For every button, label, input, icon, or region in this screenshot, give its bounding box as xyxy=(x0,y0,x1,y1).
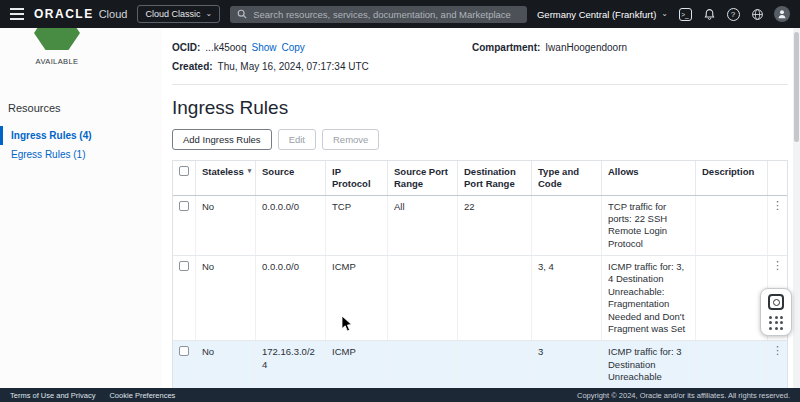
cell-ip-protocol: ICMP xyxy=(325,341,387,388)
cookie-preferences-link[interactable]: Cookie Preferences xyxy=(109,391,175,400)
created-label: Created: xyxy=(172,61,213,72)
cell-source: 0.0.0.0/0 xyxy=(255,196,325,255)
col-header-destination-port-range[interactable]: Destination Port Range xyxy=(457,161,531,195)
col-header-source[interactable]: Source xyxy=(255,161,325,195)
cloud-shell-icon[interactable]: >_ xyxy=(678,7,692,21)
cell-source-port-range xyxy=(387,256,457,340)
search-icon xyxy=(237,9,247,19)
col-header-stateless[interactable]: Stateless ▾ xyxy=(195,161,255,195)
row-actions-icon[interactable]: ⋮ xyxy=(772,259,783,272)
remove-button[interactable]: Remove xyxy=(322,129,379,150)
cell-destination-port-range: 22 xyxy=(457,196,531,255)
page-title: Ingress Rules xyxy=(172,97,788,119)
cell-stateless: No xyxy=(195,256,255,340)
resource-details: OCID: ...k45ooq Show Copy Compartment: I… xyxy=(172,38,788,85)
status-label: AVAILABLE xyxy=(8,57,106,66)
col-header-ip-protocol[interactable]: IP Protocol xyxy=(325,161,387,195)
person-icon xyxy=(776,8,788,20)
ocid-label: OCID: xyxy=(172,42,200,53)
help-icon[interactable]: ? xyxy=(726,7,740,21)
resources-nav: Ingress Rules (4) Egress Rules (1) xyxy=(0,126,162,164)
hamburger-menu-icon[interactable] xyxy=(10,8,24,20)
availability-status-icon xyxy=(34,28,80,50)
sidebar: AVAILABLE Resources Ingress Rules (4) Eg… xyxy=(0,28,162,388)
cell-type-and-code: 3 xyxy=(531,341,601,388)
created-value: Thu, May 16, 2024, 07:17:34 UTC xyxy=(218,61,369,72)
cell-destination-port-range xyxy=(457,256,531,340)
select-all-checkbox[interactable] xyxy=(179,166,189,176)
col-header-description[interactable]: Description xyxy=(695,161,767,195)
notifications-bell-icon[interactable] xyxy=(702,7,716,21)
compartment-line: Compartment: IwanHoogendoorn xyxy=(472,42,788,53)
topbar: ORACLE Cloud Cloud Classic ⌄ Germany Cen… xyxy=(0,0,800,28)
cell-ip-protocol: ICMP xyxy=(325,256,387,340)
global-search[interactable] xyxy=(230,6,527,23)
profile-avatar[interactable] xyxy=(774,6,790,22)
cell-stateless: No xyxy=(195,196,255,255)
cell-source-port-range xyxy=(387,341,457,388)
cloud-classic-label: Cloud Classic xyxy=(145,9,200,19)
cell-stateless: No xyxy=(195,341,255,388)
terms-privacy-link[interactable]: Terms of Use and Privacy xyxy=(10,391,95,400)
drag-handle-dots-icon[interactable] xyxy=(769,316,783,330)
chevron-down-icon: ⌄ xyxy=(661,10,668,18)
col-header-source-port-range[interactable]: Source Port Range xyxy=(387,161,457,195)
sidebar-item-egress-rules[interactable]: Egress Rules (1) xyxy=(0,145,162,164)
col-header-label: Stateless xyxy=(202,166,244,178)
row-actions-icon[interactable]: ⋮ xyxy=(772,344,783,357)
row-checkbox[interactable] xyxy=(179,261,189,271)
compartment-value: IwanHoogendoorn xyxy=(545,42,627,53)
ingress-rules-table: Stateless ▾ Source IP Protocol Source Po… xyxy=(172,160,788,388)
console-footer: Terms of Use and Privacy Cookie Preferen… xyxy=(0,388,800,402)
col-header-type-and-code[interactable]: Type and Code xyxy=(531,161,601,195)
region-selector[interactable]: Germany Central (Frankfurt) ⌄ xyxy=(537,9,668,20)
col-header-allows[interactable]: Allows xyxy=(601,161,695,195)
ocid-copy-link[interactable]: Copy xyxy=(282,42,305,53)
cell-source: 172.16.3.0/24 xyxy=(255,341,325,388)
page-body: AVAILABLE Resources Ingress Rules (4) Eg… xyxy=(0,28,800,388)
cell-allows: ICMP traffic for: 3 Destination Unreacha… xyxy=(601,341,695,388)
vertical-scrollbar[interactable] xyxy=(793,28,800,388)
row-checkbox[interactable] xyxy=(179,201,189,211)
region-label: Germany Central (Frankfurt) xyxy=(537,9,656,20)
row-actions-icon[interactable]: ⋮ xyxy=(772,199,783,212)
cell-description xyxy=(695,341,767,388)
resources-heading: Resources xyxy=(8,102,162,114)
ocid-show-link[interactable]: Show xyxy=(252,42,277,53)
main-content: OCID: ...k45ooq Show Copy Compartment: I… xyxy=(162,28,800,388)
capture-target-icon[interactable] xyxy=(768,294,784,310)
oracle-cloud-logo[interactable]: ORACLE Cloud xyxy=(34,7,127,21)
language-globe-icon[interactable] xyxy=(750,7,764,21)
table-row[interactable]: No 0.0.0.0/0 TCP All 22 TCP traffic for … xyxy=(173,196,787,256)
floating-capture-widget[interactable] xyxy=(760,288,792,336)
cell-type-and-code xyxy=(531,196,601,255)
cell-allows: TCP traffic for ports: 22 SSH Remote Log… xyxy=(601,196,695,255)
created-line: Created: Thu, May 16, 2024, 07:17:34 UTC xyxy=(172,61,472,72)
topbar-right-controls: Germany Central (Frankfurt) ⌄ >_ ? xyxy=(537,6,790,22)
table-body: No 0.0.0.0/0 TCP All 22 TCP traffic for … xyxy=(173,196,787,388)
cell-type-and-code: 3, 4 xyxy=(531,256,601,340)
search-input[interactable] xyxy=(253,9,520,20)
cell-allows: ICMP traffic for: 3, 4 Destination Unrea… xyxy=(601,256,695,340)
table-header-row: Stateless ▾ Source IP Protocol Source Po… xyxy=(173,161,787,196)
col-header-actions xyxy=(767,161,787,195)
table-row[interactable]: No 172.16.3.0/24 ICMP 3 ICMP traffic for… xyxy=(173,341,787,388)
add-ingress-rules-button[interactable]: Add Ingress Rules xyxy=(172,129,272,150)
sort-arrow-icon: ▾ xyxy=(248,167,252,176)
chevron-down-icon: ⌄ xyxy=(205,10,212,18)
status-badge: AVAILABLE xyxy=(8,28,106,66)
cloud-classic-button[interactable]: Cloud Classic ⌄ xyxy=(137,5,220,23)
cell-ip-protocol: TCP xyxy=(325,196,387,255)
row-checkbox[interactable] xyxy=(179,346,189,356)
oracle-wordmark: ORACLE xyxy=(34,7,94,21)
compartment-label: Compartment: xyxy=(472,42,540,53)
ocid-line: OCID: ...k45ooq Show Copy xyxy=(172,42,472,53)
edit-button[interactable]: Edit xyxy=(278,129,316,150)
ocid-value: ...k45ooq xyxy=(205,42,246,53)
cell-description xyxy=(695,256,767,340)
copyright-text: Copyright © 2024, Oracle and/or its affi… xyxy=(577,391,790,400)
sidebar-item-ingress-rules[interactable]: Ingress Rules (4) xyxy=(0,126,162,145)
table-action-buttons: Add Ingress Rules Edit Remove xyxy=(172,129,788,150)
table-row[interactable]: No 0.0.0.0/0 ICMP 3, 4 ICMP traffic for:… xyxy=(173,256,787,341)
scrollbar-thumb[interactable] xyxy=(794,32,799,142)
